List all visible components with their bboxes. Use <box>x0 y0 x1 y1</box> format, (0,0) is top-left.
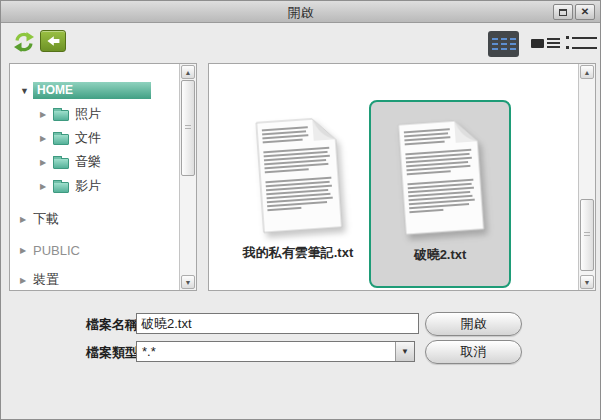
sidebar-item-devices[interactable]: ▶ 裝置 <box>20 271 59 289</box>
open-file-dialog: 開啟 ✕ ▼ HOME <box>0 0 601 420</box>
folder-icon <box>53 134 69 145</box>
refresh-icon <box>13 31 35 53</box>
refresh-button[interactable] <box>13 31 35 53</box>
filetype-value: *.* <box>142 344 156 359</box>
sidebar-item-music[interactable]: ▶ 音樂 <box>40 153 101 171</box>
files-scrollbar-thumb[interactable] <box>580 199 594 271</box>
expander-collapsed-icon[interactable]: ▶ <box>20 276 33 285</box>
sidebar-item-downloads[interactable]: ▶ 下載 <box>20 210 59 228</box>
folder-icon <box>53 182 69 193</box>
view-thumbnails-button[interactable] <box>488 31 519 57</box>
expander-expanded-icon[interactable]: ▼ <box>20 86 33 96</box>
file-list-panel: 我的私有雲筆記.txt 破曉2.txt <box>208 63 596 291</box>
sidebar-item-home[interactable]: ▼ HOME <box>20 82 151 99</box>
scroll-up-icon[interactable]: ▲ <box>181 65 195 79</box>
expander-collapsed-icon[interactable]: ▶ <box>40 134 53 143</box>
list-view-icon <box>531 39 544 48</box>
open-button[interactable]: 開啟 <box>425 312 522 336</box>
scroll-down-icon[interactable]: ▼ <box>580 275 594 289</box>
folder-icon <box>53 110 69 121</box>
close-icon: ✕ <box>581 7 589 17</box>
detail-list-icon <box>566 36 597 39</box>
grid-thumbnails-icon <box>492 38 498 40</box>
scroll-up-icon[interactable]: ▲ <box>580 65 594 79</box>
filename-input[interactable] <box>136 313 419 334</box>
file-name-label: 破曉2.txt <box>414 246 467 264</box>
maximize-button[interactable] <box>553 4 573 20</box>
view-details-button[interactable] <box>566 36 597 49</box>
expander-collapsed-icon[interactable]: ▶ <box>40 158 53 167</box>
file-item-selected[interactable]: 破曉2.txt <box>369 100 511 288</box>
file-item-notes[interactable]: 我的私有雲筆記.txt <box>227 100 369 288</box>
text-document-icon <box>388 111 492 241</box>
text-document-icon <box>246 109 350 239</box>
dialog-title: 開啟 <box>1 4 600 22</box>
sidebar-item-label: 裝置 <box>33 271 59 289</box>
sidebar-item-label: 照片 <box>75 105 101 123</box>
files-scrollbar[interactable]: ▲ ▼ <box>578 64 595 290</box>
maximize-icon <box>559 9 567 16</box>
expander-collapsed-icon[interactable]: ▶ <box>40 182 53 191</box>
sidebar-item-label: 下載 <box>33 210 59 228</box>
expander-collapsed-icon[interactable]: ▶ <box>40 110 53 119</box>
filename-label: 檔案名稱 <box>86 316 138 334</box>
sidebar-item-videos[interactable]: ▶ 影片 <box>40 177 101 195</box>
back-arrow-icon <box>43 33 63 49</box>
title-bar: 開啟 ✕ <box>1 1 600 23</box>
expander-collapsed-icon[interactable]: ▶ <box>20 246 33 255</box>
sidebar-item-label: HOME <box>33 82 151 99</box>
sidebar-item-label: 影片 <box>75 177 101 195</box>
sidebar-item-label: PUBLIC <box>33 243 80 258</box>
close-button[interactable]: ✕ <box>575 4 595 20</box>
file-name-label: 我的私有雲筆記.txt <box>243 244 354 262</box>
filetype-label: 檔案類型 <box>86 344 138 362</box>
sidebar-item-public[interactable]: ▶ PUBLIC <box>20 243 80 258</box>
scroll-down-icon[interactable]: ▼ <box>181 275 195 289</box>
tree-scrollbar-thumb[interactable] <box>181 80 195 176</box>
sidebar-item-label: 音樂 <box>75 153 101 171</box>
sidebar-item-label: 文件 <box>75 129 101 147</box>
filetype-select[interactable]: *.* ▼ <box>136 341 415 362</box>
folder-tree-panel: ▼ HOME ▶ 照片 ▶ 文件 ▶ 音樂 ▶ 影片 ▶ 下載 ▶ <box>9 63 197 291</box>
expander-collapsed-icon[interactable]: ▶ <box>20 215 33 224</box>
sidebar-item-photos[interactable]: ▶ 照片 <box>40 105 101 123</box>
view-list-button[interactable] <box>531 36 560 50</box>
tree-scrollbar[interactable]: ▲ ▼ <box>179 64 196 290</box>
folder-icon <box>53 158 69 169</box>
sidebar-item-documents[interactable]: ▶ 文件 <box>40 129 101 147</box>
chevron-down-icon[interactable]: ▼ <box>395 342 414 361</box>
cancel-button[interactable]: 取消 <box>425 340 522 364</box>
back-button[interactable] <box>40 30 66 52</box>
